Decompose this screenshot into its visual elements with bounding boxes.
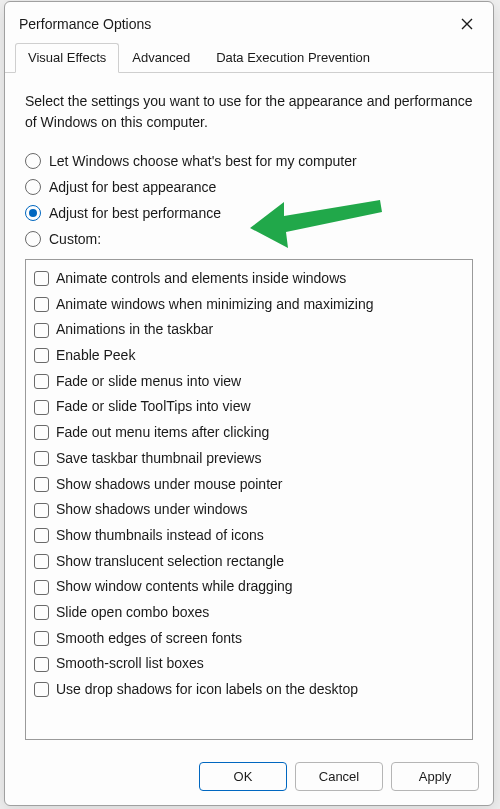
dialog-button-bar: OK Cancel Apply (5, 750, 493, 805)
radio-icon (25, 153, 41, 169)
tab-label: Advanced (132, 50, 190, 65)
effect-label: Animate controls and elements inside win… (56, 268, 346, 290)
checkbox-icon (34, 374, 49, 389)
effect-label: Animations in the taskbar (56, 319, 213, 341)
effect-item[interactable]: Show shadows under windows (34, 497, 464, 523)
checkbox-icon (34, 477, 49, 492)
effect-item[interactable]: Enable Peek (34, 343, 464, 369)
effect-item[interactable]: Animate windows when minimizing and maxi… (34, 292, 464, 318)
checkbox-icon (34, 528, 49, 543)
performance-options-dialog: Performance Options Visual Effects Advan… (4, 1, 494, 806)
cancel-button[interactable]: Cancel (295, 762, 383, 791)
radio-icon (25, 179, 41, 195)
effect-label: Fade out menu items after clicking (56, 422, 269, 444)
effect-item[interactable]: Smooth-scroll list boxes (34, 651, 464, 677)
tab-content: Select the settings you want to use for … (5, 73, 493, 750)
radio-best-appearance[interactable]: Adjust for best appearance (25, 179, 473, 195)
effect-item[interactable]: Show thumbnails instead of icons (34, 523, 464, 549)
radio-let-windows-choose[interactable]: Let Windows choose what's best for my co… (25, 153, 473, 169)
effect-label: Smooth edges of screen fonts (56, 628, 242, 650)
effect-label: Fade or slide menus into view (56, 371, 241, 393)
effect-label: Slide open combo boxes (56, 602, 209, 624)
close-icon (461, 18, 473, 30)
effect-label: Show shadows under mouse pointer (56, 474, 282, 496)
radio-label: Let Windows choose what's best for my co… (49, 153, 357, 169)
radio-label: Adjust for best appearance (49, 179, 216, 195)
checkbox-icon (34, 631, 49, 646)
effect-label: Enable Peek (56, 345, 135, 367)
effect-label: Show window contents while dragging (56, 576, 293, 598)
radio-custom[interactable]: Custom: (25, 231, 473, 247)
effects-listbox[interactable]: Animate controls and elements inside win… (25, 259, 473, 740)
tab-visual-effects[interactable]: Visual Effects (15, 43, 119, 73)
checkbox-icon (34, 657, 49, 672)
checkbox-icon (34, 425, 49, 440)
checkbox-icon (34, 503, 49, 518)
effect-label: Show thumbnails instead of icons (56, 525, 264, 547)
tab-label: Visual Effects (28, 50, 106, 65)
checkbox-icon (34, 451, 49, 466)
checkbox-icon (34, 682, 49, 697)
effect-item[interactable]: Fade or slide ToolTips into view (34, 394, 464, 420)
effect-item[interactable]: Save taskbar thumbnail previews (34, 446, 464, 472)
effect-item[interactable]: Animations in the taskbar (34, 317, 464, 343)
effect-label: Show shadows under windows (56, 499, 247, 521)
close-button[interactable] (453, 12, 481, 36)
checkbox-icon (34, 348, 49, 363)
checkbox-icon (34, 400, 49, 415)
checkbox-icon (34, 554, 49, 569)
checkbox-icon (34, 580, 49, 595)
radio-best-performance[interactable]: Adjust for best performance (25, 205, 473, 221)
tab-label: Data Execution Prevention (216, 50, 370, 65)
radio-label: Custom: (49, 231, 101, 247)
checkbox-icon (34, 323, 49, 338)
effect-label: Use drop shadows for icon labels on the … (56, 679, 358, 701)
effect-item[interactable]: Fade or slide menus into view (34, 369, 464, 395)
effect-item[interactable]: Smooth edges of screen fonts (34, 626, 464, 652)
effect-label: Show translucent selection rectangle (56, 551, 284, 573)
effect-item[interactable]: Slide open combo boxes (34, 600, 464, 626)
checkbox-icon (34, 271, 49, 286)
effect-item[interactable]: Show window contents while dragging (34, 574, 464, 600)
radio-icon (25, 231, 41, 247)
effect-label: Save taskbar thumbnail previews (56, 448, 261, 470)
window-title: Performance Options (19, 16, 151, 32)
checkbox-icon (34, 297, 49, 312)
effect-item[interactable]: Show translucent selection rectangle (34, 549, 464, 575)
checkbox-icon (34, 605, 49, 620)
effect-item[interactable]: Show shadows under mouse pointer (34, 472, 464, 498)
titlebar: Performance Options (5, 2, 493, 42)
radio-label: Adjust for best performance (49, 205, 221, 221)
effect-label: Fade or slide ToolTips into view (56, 396, 251, 418)
tab-strip: Visual Effects Advanced Data Execution P… (5, 42, 493, 73)
effect-item[interactable]: Use drop shadows for icon labels on the … (34, 677, 464, 703)
effect-label: Animate windows when minimizing and maxi… (56, 294, 373, 316)
radio-icon (25, 205, 41, 221)
effect-item[interactable]: Fade out menu items after clicking (34, 420, 464, 446)
apply-button[interactable]: Apply (391, 762, 479, 791)
effect-item[interactable]: Animate controls and elements inside win… (34, 266, 464, 292)
tab-data-execution-prevention[interactable]: Data Execution Prevention (203, 43, 383, 73)
radio-group: Let Windows choose what's best for my co… (25, 153, 473, 247)
ok-button[interactable]: OK (199, 762, 287, 791)
tab-advanced[interactable]: Advanced (119, 43, 203, 73)
effect-label: Smooth-scroll list boxes (56, 653, 204, 675)
intro-text: Select the settings you want to use for … (25, 91, 473, 133)
